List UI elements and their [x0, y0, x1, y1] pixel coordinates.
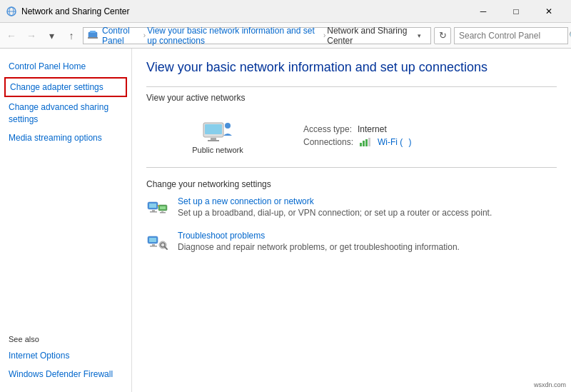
change-settings-section: Change your networking settings	[146, 179, 557, 253]
path-network-internet[interactable]: View your basic network information and …	[147, 26, 322, 46]
svg-point-10	[225, 123, 231, 129]
troubleshoot-desc: Diagnose and repair network problems, or…	[178, 242, 460, 252]
new-connection-desc: Set up a broadband, dial-up, or VPN conn…	[178, 208, 492, 218]
sidebar-item-media[interactable]: Media streaming options	[0, 129, 131, 147]
path-dropdown-button[interactable]: ▾	[413, 27, 426, 44]
access-type-row: Access type: Internet	[303, 124, 411, 134]
svg-rect-13	[365, 139, 368, 146]
access-type-value: Internet	[358, 124, 387, 134]
network-type-label: Public network	[192, 146, 243, 154]
search-box: 🔍	[454, 27, 568, 44]
active-networks-header: View your active networks	[146, 93, 557, 103]
watermark: wsxdn.com	[532, 381, 568, 389]
refresh-button[interactable]: ↻	[434, 27, 451, 44]
svg-rect-14	[368, 138, 370, 146]
setting-item-troubleshoot: Troubleshoot problems Diagnose and repai…	[146, 231, 557, 253]
minimize-button[interactable]: ─	[467, 0, 500, 23]
window-controls: ─ □ ✕	[467, 0, 565, 23]
app-icon	[6, 6, 17, 17]
svg-rect-12	[363, 141, 365, 146]
see-also-label: See also	[0, 332, 131, 346]
svg-rect-9	[208, 140, 219, 141]
setting-item-new-connection: Set up a new connection or network Set u…	[146, 196, 557, 219]
new-connection-icon	[146, 196, 169, 219]
svg-line-30	[165, 247, 167, 249]
search-input[interactable]	[459, 31, 566, 41]
svg-rect-17	[152, 210, 155, 211]
wifi-connection-link[interactable]: Wi-Fi (	[378, 137, 403, 147]
back-button[interactable]: ←	[3, 27, 20, 44]
network-name: Public network	[146, 117, 289, 154]
sidebar: Control Panel Home Change adapter settin…	[0, 49, 132, 392]
connections-paren: )	[408, 137, 411, 147]
access-type-label: Access type:	[303, 124, 352, 134]
wifi-signal-icon	[359, 137, 372, 147]
window-title: Network and Sharing Center	[21, 6, 467, 16]
svg-rect-4	[90, 31, 96, 33]
main-layout: Control Panel Home Change adapter settin…	[0, 49, 571, 392]
sidebar-item-internet-options[interactable]: Internet Options	[0, 346, 131, 365]
svg-rect-8	[211, 138, 216, 140]
public-network-icon	[201, 117, 235, 143]
new-connection-text: Set up a new connection or network Set u…	[178, 196, 492, 218]
sidebar-item-firewall[interactable]: Windows Defender Firewall	[0, 365, 131, 383]
dropdown-button[interactable]: ▾	[43, 27, 60, 44]
path-control-panel[interactable]: Control Panel	[102, 26, 142, 46]
svg-rect-16	[149, 203, 156, 208]
troubleshoot-link[interactable]: Troubleshoot problems	[178, 231, 460, 241]
maximize-button[interactable]: □	[500, 0, 532, 23]
page-title: View your basic network information and …	[146, 60, 557, 75]
forward-button[interactable]: →	[23, 27, 40, 44]
network-row: Public network Access type: Internet Con…	[146, 110, 557, 161]
sidebar-item-advanced[interactable]: Change advanced sharingsettings	[0, 99, 131, 129]
svg-rect-22	[160, 212, 166, 213]
svg-rect-26	[152, 244, 155, 246]
connections-label: Connections:	[303, 137, 353, 147]
path-icon	[88, 29, 98, 41]
sidebar-item-adapter[interactable]: Change adapter settings	[4, 77, 127, 97]
svg-rect-18	[150, 211, 157, 213]
content-area: View your basic network information and …	[132, 49, 571, 392]
troubleshoot-text: Troubleshoot problems Diagnose and repai…	[178, 231, 460, 252]
svg-rect-20	[160, 206, 166, 209]
new-connection-link[interactable]: Set up a new connection or network	[178, 196, 492, 206]
connections-row: Connections: Wi-Fi ( )	[303, 137, 411, 147]
path-current: Network and Sharing Center	[327, 26, 410, 46]
divider-1	[146, 86, 557, 87]
svg-rect-5	[88, 37, 98, 39]
svg-rect-7	[205, 124, 222, 134]
close-button[interactable]: ✕	[532, 0, 565, 23]
change-settings-header: Change your networking settings	[146, 179, 557, 189]
svg-rect-27	[150, 246, 157, 247]
address-path: Control Panel › View your basic network …	[83, 27, 431, 44]
svg-rect-3	[89, 32, 97, 38]
up-button[interactable]: ↑	[63, 27, 80, 44]
title-bar: Network and Sharing Center ─ □ ✕	[0, 0, 571, 23]
troubleshoot-icon	[146, 231, 169, 253]
sidebar-item-home[interactable]: Control Panel Home	[0, 57, 131, 76]
address-bar: ← → ▾ ↑ Control Panel › View your basic …	[0, 23, 571, 49]
svg-rect-11	[360, 143, 362, 146]
divider-2	[146, 167, 557, 168]
svg-rect-25	[149, 238, 156, 242]
network-details: Access type: Internet Connections:	[303, 124, 411, 147]
